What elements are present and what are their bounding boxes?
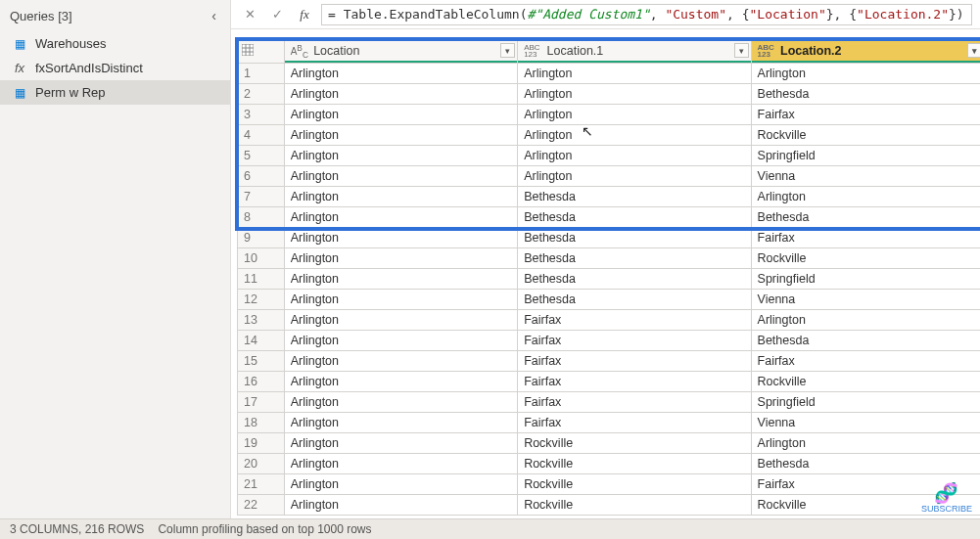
data-cell[interactable]: Rockville <box>518 495 751 516</box>
column-header-location[interactable]: ABC Location▾ <box>284 40 517 64</box>
data-cell[interactable]: Fairfax <box>751 105 980 125</box>
row-number-cell[interactable]: 17 <box>238 392 285 413</box>
data-cell[interactable]: Arlington <box>284 290 517 310</box>
data-cell[interactable]: Arlington <box>284 474 517 495</box>
query-item-perm-w-rep[interactable]: ▦Perm w Rep <box>0 80 230 105</box>
data-cell[interactable]: Arlington <box>751 64 980 84</box>
row-number-cell[interactable]: 21 <box>238 474 285 495</box>
query-item-warehouses[interactable]: ▦Warehouses <box>0 31 230 56</box>
data-cell[interactable]: Arlington <box>284 84 517 105</box>
data-cell[interactable]: Bethesda <box>518 248 751 269</box>
data-cell[interactable]: Arlington <box>751 187 980 207</box>
data-cell[interactable]: Bethesda <box>751 84 980 105</box>
table-row[interactable]: 20ArlingtonRockvilleBethesda <box>238 454 981 474</box>
data-cell[interactable]: Arlington <box>751 310 980 331</box>
query-item-fxsortandisdistinct[interactable]: fxfxSortAndIsDistinct <box>0 56 230 80</box>
table-row[interactable]: 7ArlingtonBethesdaArlington <box>238 187 981 207</box>
data-cell[interactable]: Springfield <box>751 269 980 290</box>
data-cell[interactable]: Bethesda <box>518 290 751 310</box>
data-cell[interactable]: Arlington <box>284 331 517 351</box>
data-grid[interactable]: ABC Location▾ABC123 Location.1▾ABC123 Lo… <box>237 39 980 516</box>
table-row[interactable]: 10ArlingtonBethesdaRockville <box>238 248 981 269</box>
formula-input[interactable]: = Table.ExpandTableColumn(#"Added Custom… <box>321 4 972 25</box>
row-number-cell[interactable]: 3 <box>238 105 285 125</box>
table-row[interactable]: 1ArlingtonArlingtonArlington <box>238 64 981 84</box>
table-row[interactable]: 2ArlingtonArlingtonBethesda <box>238 84 981 105</box>
table-row[interactable]: 16ArlingtonFairfaxRockville <box>238 372 981 392</box>
data-cell[interactable]: Rockville <box>751 372 980 392</box>
row-number-header[interactable] <box>238 40 285 64</box>
column-header-location-2[interactable]: ABC123 Location.2▾ <box>751 40 980 64</box>
table-row[interactable]: 9ArlingtonBethesdaFairfax <box>238 228 981 248</box>
data-cell[interactable]: Fairfax <box>751 228 980 248</box>
data-cell[interactable]: Fairfax <box>518 310 751 331</box>
data-cell[interactable]: Arlington <box>284 166 517 187</box>
data-cell[interactable]: Arlington <box>284 454 517 474</box>
table-row[interactable]: 3ArlingtonArlingtonFairfax <box>238 105 981 125</box>
data-cell[interactable]: Bethesda <box>518 228 751 248</box>
table-row[interactable]: 18ArlingtonFairfaxVienna <box>238 413 981 433</box>
data-cell[interactable]: Arlington <box>284 64 517 84</box>
data-cell[interactable]: Arlington <box>284 187 517 207</box>
data-cell[interactable]: Arlington <box>518 125 751 146</box>
row-number-cell[interactable]: 13 <box>238 310 285 331</box>
data-cell[interactable]: Arlington <box>518 84 751 105</box>
row-number-cell[interactable]: 19 <box>238 433 285 454</box>
data-cell[interactable]: Vienna <box>751 166 980 187</box>
data-cell[interactable]: Rockville <box>518 433 751 454</box>
column-header-location-1[interactable]: ABC123 Location.1▾ <box>518 40 751 64</box>
data-cell[interactable]: Bethesda <box>518 207 751 228</box>
data-cell[interactable]: Arlington <box>518 105 751 125</box>
data-cell[interactable]: Fairfax <box>518 351 751 372</box>
data-cell[interactable]: Arlington <box>284 433 517 454</box>
table-row[interactable]: 8ArlingtonBethesdaBethesda <box>238 207 981 228</box>
data-cell[interactable]: Vienna <box>751 413 980 433</box>
formula-cancel-button[interactable]: ✕ <box>239 4 260 25</box>
data-cell[interactable]: Arlington <box>284 413 517 433</box>
data-cell[interactable]: Arlington <box>751 433 980 454</box>
table-row[interactable]: 22ArlingtonRockvilleRockville <box>238 495 981 516</box>
data-cell[interactable]: Rockville <box>518 474 751 495</box>
data-cell[interactable]: Arlington <box>518 166 751 187</box>
column-filter-dropdown[interactable]: ▾ <box>734 43 749 58</box>
table-row[interactable]: 14ArlingtonFairfaxBethesda <box>238 331 981 351</box>
data-cell[interactable]: Arlington <box>284 495 517 516</box>
column-filter-dropdown[interactable]: ▾ <box>967 43 980 58</box>
table-row[interactable]: 15ArlingtonFairfaxFairfax <box>238 351 981 372</box>
table-row[interactable]: 11ArlingtonBethesdaSpringfield <box>238 269 981 290</box>
row-number-cell[interactable]: 9 <box>238 228 285 248</box>
data-cell[interactable]: Fairfax <box>518 392 751 413</box>
row-number-cell[interactable]: 11 <box>238 269 285 290</box>
table-row[interactable]: 17ArlingtonFairfaxSpringfield <box>238 392 981 413</box>
table-row[interactable]: 5ArlingtonArlingtonSpringfield <box>238 146 981 166</box>
row-number-cell[interactable]: 15 <box>238 351 285 372</box>
row-number-cell[interactable]: 4 <box>238 125 285 146</box>
data-cell[interactable]: Fairfax <box>518 372 751 392</box>
data-cell[interactable]: Bethesda <box>518 187 751 207</box>
data-cell[interactable]: Arlington <box>518 64 751 84</box>
data-cell[interactable]: Arlington <box>284 392 517 413</box>
data-cell[interactable]: Arlington <box>284 105 517 125</box>
data-cell[interactable]: Arlington <box>284 207 517 228</box>
data-cell[interactable]: Springfield <box>751 392 980 413</box>
fx-button[interactable]: fx <box>294 4 315 25</box>
data-cell[interactable]: Bethesda <box>751 207 980 228</box>
data-cell[interactable]: Rockville <box>751 248 980 269</box>
formula-commit-button[interactable]: ✓ <box>266 4 288 25</box>
table-row[interactable]: 6ArlingtonArlingtonVienna <box>238 166 981 187</box>
data-cell[interactable]: Fairfax <box>751 351 980 372</box>
data-cell[interactable]: Arlington <box>284 269 517 290</box>
table-row[interactable]: 12ArlingtonBethesdaVienna <box>238 290 981 310</box>
row-number-cell[interactable]: 18 <box>238 413 285 433</box>
data-cell[interactable]: Arlington <box>518 146 751 166</box>
data-cell[interactable]: Arlington <box>284 372 517 392</box>
row-number-cell[interactable]: 20 <box>238 454 285 474</box>
data-cell[interactable]: Bethesda <box>751 454 980 474</box>
row-number-cell[interactable]: 6 <box>238 166 285 187</box>
data-cell[interactable]: Vienna <box>751 290 980 310</box>
data-cell[interactable]: Springfield <box>751 146 980 166</box>
data-cell[interactable]: Arlington <box>284 228 517 248</box>
table-row[interactable]: 21ArlingtonRockvilleFairfax <box>238 474 981 495</box>
row-number-cell[interactable]: 1 <box>238 64 285 84</box>
row-number-cell[interactable]: 22 <box>238 495 285 516</box>
